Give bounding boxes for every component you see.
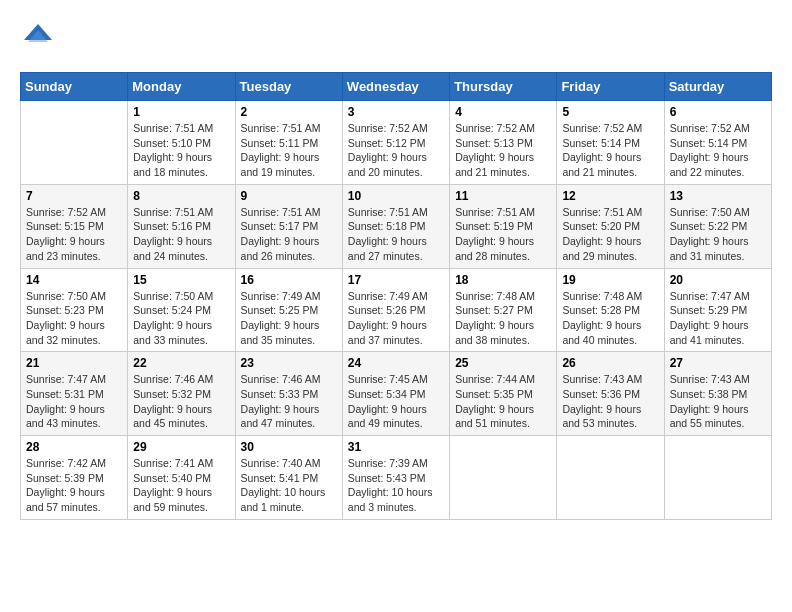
day-number: 6 — [670, 105, 766, 119]
week-row-3: 14Sunrise: 7:50 AM Sunset: 5:23 PM Dayli… — [21, 268, 772, 352]
table-cell: 7Sunrise: 7:52 AM Sunset: 5:15 PM Daylig… — [21, 184, 128, 268]
day-info: Sunrise: 7:52 AM Sunset: 5:14 PM Dayligh… — [562, 121, 658, 180]
day-info: Sunrise: 7:49 AM Sunset: 5:25 PM Dayligh… — [241, 289, 337, 348]
day-number: 30 — [241, 440, 337, 454]
table-cell: 17Sunrise: 7:49 AM Sunset: 5:26 PM Dayli… — [342, 268, 449, 352]
day-info: Sunrise: 7:39 AM Sunset: 5:43 PM Dayligh… — [348, 456, 444, 515]
table-cell: 22Sunrise: 7:46 AM Sunset: 5:32 PM Dayli… — [128, 352, 235, 436]
day-number: 3 — [348, 105, 444, 119]
day-info: Sunrise: 7:41 AM Sunset: 5:40 PM Dayligh… — [133, 456, 229, 515]
table-cell — [21, 101, 128, 185]
day-info: Sunrise: 7:44 AM Sunset: 5:35 PM Dayligh… — [455, 372, 551, 431]
calendar-header: SundayMondayTuesdayWednesdayThursdayFrid… — [21, 73, 772, 101]
table-cell: 16Sunrise: 7:49 AM Sunset: 5:25 PM Dayli… — [235, 268, 342, 352]
day-info: Sunrise: 7:48 AM Sunset: 5:27 PM Dayligh… — [455, 289, 551, 348]
day-number: 28 — [26, 440, 122, 454]
table-cell: 13Sunrise: 7:50 AM Sunset: 5:22 PM Dayli… — [664, 184, 771, 268]
day-info: Sunrise: 7:42 AM Sunset: 5:39 PM Dayligh… — [26, 456, 122, 515]
day-number: 5 — [562, 105, 658, 119]
day-number: 19 — [562, 273, 658, 287]
day-number: 26 — [562, 356, 658, 370]
day-info: Sunrise: 7:46 AM Sunset: 5:32 PM Dayligh… — [133, 372, 229, 431]
day-info: Sunrise: 7:47 AM Sunset: 5:29 PM Dayligh… — [670, 289, 766, 348]
day-info: Sunrise: 7:50 AM Sunset: 5:22 PM Dayligh… — [670, 205, 766, 264]
table-cell: 15Sunrise: 7:50 AM Sunset: 5:24 PM Dayli… — [128, 268, 235, 352]
table-cell: 6Sunrise: 7:52 AM Sunset: 5:14 PM Daylig… — [664, 101, 771, 185]
table-cell: 21Sunrise: 7:47 AM Sunset: 5:31 PM Dayli… — [21, 352, 128, 436]
weekday-header-row: SundayMondayTuesdayWednesdayThursdayFrid… — [21, 73, 772, 101]
calendar-body: 1Sunrise: 7:51 AM Sunset: 5:10 PM Daylig… — [21, 101, 772, 520]
header — [20, 20, 772, 56]
day-number: 16 — [241, 273, 337, 287]
day-number: 4 — [455, 105, 551, 119]
day-info: Sunrise: 7:51 AM Sunset: 5:19 PM Dayligh… — [455, 205, 551, 264]
table-cell: 20Sunrise: 7:47 AM Sunset: 5:29 PM Dayli… — [664, 268, 771, 352]
day-number: 27 — [670, 356, 766, 370]
table-cell: 9Sunrise: 7:51 AM Sunset: 5:17 PM Daylig… — [235, 184, 342, 268]
day-info: Sunrise: 7:50 AM Sunset: 5:23 PM Dayligh… — [26, 289, 122, 348]
day-number: 20 — [670, 273, 766, 287]
week-row-2: 7Sunrise: 7:52 AM Sunset: 5:15 PM Daylig… — [21, 184, 772, 268]
week-row-4: 21Sunrise: 7:47 AM Sunset: 5:31 PM Dayli… — [21, 352, 772, 436]
table-cell: 28Sunrise: 7:42 AM Sunset: 5:39 PM Dayli… — [21, 436, 128, 520]
table-cell — [450, 436, 557, 520]
table-cell — [557, 436, 664, 520]
day-info: Sunrise: 7:46 AM Sunset: 5:33 PM Dayligh… — [241, 372, 337, 431]
weekday-header-saturday: Saturday — [664, 73, 771, 101]
logo — [20, 20, 60, 56]
weekday-header-tuesday: Tuesday — [235, 73, 342, 101]
weekday-header-sunday: Sunday — [21, 73, 128, 101]
table-cell: 10Sunrise: 7:51 AM Sunset: 5:18 PM Dayli… — [342, 184, 449, 268]
table-cell: 27Sunrise: 7:43 AM Sunset: 5:38 PM Dayli… — [664, 352, 771, 436]
logo-icon — [20, 20, 56, 56]
weekday-header-friday: Friday — [557, 73, 664, 101]
day-info: Sunrise: 7:43 AM Sunset: 5:38 PM Dayligh… — [670, 372, 766, 431]
calendar-table: SundayMondayTuesdayWednesdayThursdayFrid… — [20, 72, 772, 520]
table-cell: 19Sunrise: 7:48 AM Sunset: 5:28 PM Dayli… — [557, 268, 664, 352]
day-info: Sunrise: 7:51 AM Sunset: 5:10 PM Dayligh… — [133, 121, 229, 180]
day-number: 23 — [241, 356, 337, 370]
day-number: 10 — [348, 189, 444, 203]
day-number: 13 — [670, 189, 766, 203]
day-number: 9 — [241, 189, 337, 203]
day-info: Sunrise: 7:52 AM Sunset: 5:15 PM Dayligh… — [26, 205, 122, 264]
day-number: 21 — [26, 356, 122, 370]
day-info: Sunrise: 7:51 AM Sunset: 5:11 PM Dayligh… — [241, 121, 337, 180]
day-number: 14 — [26, 273, 122, 287]
table-cell: 14Sunrise: 7:50 AM Sunset: 5:23 PM Dayli… — [21, 268, 128, 352]
day-number: 7 — [26, 189, 122, 203]
day-info: Sunrise: 7:52 AM Sunset: 5:12 PM Dayligh… — [348, 121, 444, 180]
weekday-header-wednesday: Wednesday — [342, 73, 449, 101]
day-number: 2 — [241, 105, 337, 119]
day-number: 17 — [348, 273, 444, 287]
day-number: 8 — [133, 189, 229, 203]
day-info: Sunrise: 7:52 AM Sunset: 5:13 PM Dayligh… — [455, 121, 551, 180]
table-cell: 24Sunrise: 7:45 AM Sunset: 5:34 PM Dayli… — [342, 352, 449, 436]
table-cell: 30Sunrise: 7:40 AM Sunset: 5:41 PM Dayli… — [235, 436, 342, 520]
table-cell: 2Sunrise: 7:51 AM Sunset: 5:11 PM Daylig… — [235, 101, 342, 185]
day-number: 18 — [455, 273, 551, 287]
day-number: 1 — [133, 105, 229, 119]
table-cell — [664, 436, 771, 520]
table-cell: 5Sunrise: 7:52 AM Sunset: 5:14 PM Daylig… — [557, 101, 664, 185]
day-number: 15 — [133, 273, 229, 287]
day-number: 24 — [348, 356, 444, 370]
weekday-header-monday: Monday — [128, 73, 235, 101]
day-info: Sunrise: 7:52 AM Sunset: 5:14 PM Dayligh… — [670, 121, 766, 180]
table-cell: 12Sunrise: 7:51 AM Sunset: 5:20 PM Dayli… — [557, 184, 664, 268]
day-info: Sunrise: 7:51 AM Sunset: 5:20 PM Dayligh… — [562, 205, 658, 264]
day-info: Sunrise: 7:51 AM Sunset: 5:17 PM Dayligh… — [241, 205, 337, 264]
table-cell: 1Sunrise: 7:51 AM Sunset: 5:10 PM Daylig… — [128, 101, 235, 185]
day-info: Sunrise: 7:50 AM Sunset: 5:24 PM Dayligh… — [133, 289, 229, 348]
table-cell: 11Sunrise: 7:51 AM Sunset: 5:19 PM Dayli… — [450, 184, 557, 268]
day-info: Sunrise: 7:51 AM Sunset: 5:16 PM Dayligh… — [133, 205, 229, 264]
table-cell: 8Sunrise: 7:51 AM Sunset: 5:16 PM Daylig… — [128, 184, 235, 268]
day-number: 22 — [133, 356, 229, 370]
table-cell: 25Sunrise: 7:44 AM Sunset: 5:35 PM Dayli… — [450, 352, 557, 436]
table-cell: 31Sunrise: 7:39 AM Sunset: 5:43 PM Dayli… — [342, 436, 449, 520]
day-info: Sunrise: 7:40 AM Sunset: 5:41 PM Dayligh… — [241, 456, 337, 515]
table-cell: 3Sunrise: 7:52 AM Sunset: 5:12 PM Daylig… — [342, 101, 449, 185]
table-cell: 26Sunrise: 7:43 AM Sunset: 5:36 PM Dayli… — [557, 352, 664, 436]
day-number: 25 — [455, 356, 551, 370]
week-row-5: 28Sunrise: 7:42 AM Sunset: 5:39 PM Dayli… — [21, 436, 772, 520]
